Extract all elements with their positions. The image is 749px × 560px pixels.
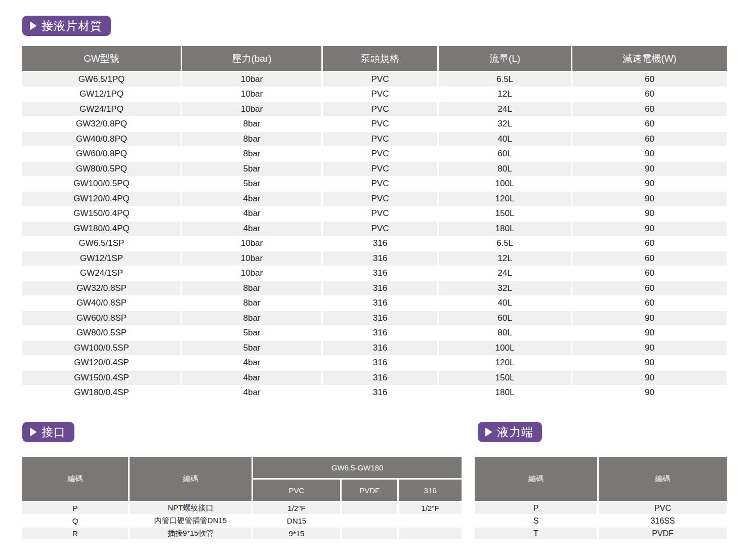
table-cell: 1/2"F bbox=[253, 502, 342, 515]
table-row: GW60/0.8SP8bar31660L90 bbox=[22, 311, 727, 326]
table-cell: GW80/0.5PQ bbox=[22, 162, 182, 177]
table-cell: 5bar bbox=[182, 162, 323, 177]
table-cell bbox=[342, 528, 399, 540]
table-row: GW100/0.5SP5bar316100L90 bbox=[22, 341, 727, 356]
column-header: 編碼 bbox=[599, 457, 727, 502]
play-icon bbox=[29, 21, 37, 30]
table-cell: GW32/0.8SP bbox=[22, 281, 182, 296]
table-row: GW32/0.8PQ8barPVC32L60 bbox=[22, 117, 727, 133]
table-cell: 4bar bbox=[182, 222, 323, 237]
table-cell: 4bar bbox=[182, 192, 323, 207]
table-cell: 60 bbox=[572, 296, 727, 312]
table-cell: 80L bbox=[439, 326, 572, 341]
table-row: GW180/0.4PQ4barPVC180L90 bbox=[22, 222, 727, 237]
table-cell: 60 bbox=[572, 281, 727, 296]
table-row: S316SS bbox=[475, 515, 727, 528]
wetted-parts-table: GW型號壓力(bar)泵頭規格流量(L)減速電機(W) GW6.5/1PQ10b… bbox=[22, 46, 727, 401]
interface-table: 編碼 編碼 GW6.5-GW180 PVC PVDF 316 PNPT螺纹接口1… bbox=[22, 457, 462, 540]
table-row: GW80/0.5PQ5barPVC80L90 bbox=[22, 162, 727, 177]
table-row: GW180/0.4SP4bar316180L90 bbox=[22, 386, 727, 401]
table-row: GW32/0.8SP8bar31632L60 bbox=[22, 281, 727, 296]
table-cell: 32L bbox=[439, 117, 572, 133]
table-cell: GW6.5/1PQ bbox=[22, 72, 182, 88]
column-header: 泵頭規格 bbox=[323, 46, 439, 72]
table-row: TPVDF bbox=[475, 528, 727, 540]
table-cell: GW180/0.4PQ bbox=[22, 222, 182, 237]
section-title-interface: 接口 bbox=[41, 424, 66, 440]
table-cell: 10bar bbox=[182, 102, 323, 117]
table-cell: 100L bbox=[439, 177, 572, 192]
table-cell: T bbox=[475, 528, 599, 540]
table-cell bbox=[399, 528, 462, 540]
table-cell: 90 bbox=[572, 341, 727, 356]
table-cell: 90 bbox=[572, 386, 727, 401]
table-cell bbox=[342, 502, 399, 515]
table-cell: 4bar bbox=[182, 386, 323, 401]
table-cell: 90 bbox=[572, 162, 727, 177]
table-cell: 316 bbox=[323, 341, 439, 356]
table-cell: PVC bbox=[323, 222, 439, 237]
table-cell: 90 bbox=[572, 207, 727, 222]
table-row: GW150/0.4SP4bar316150L90 bbox=[22, 371, 727, 386]
table-row: GW6.5/1SP10bar3166.5L60 bbox=[22, 237, 727, 252]
table-cell: 90 bbox=[572, 371, 727, 386]
table-cell: 8bar bbox=[182, 117, 323, 133]
table-row: PNPT螺纹接口1/2"F1/2"F bbox=[22, 502, 462, 515]
table-cell: 8bar bbox=[182, 147, 323, 162]
table-cell: GW180/0.4SP bbox=[22, 386, 182, 401]
table-cell: 40L bbox=[439, 132, 572, 147]
table-cell: GW60/0.8SP bbox=[22, 311, 182, 326]
table-cell: 8bar bbox=[182, 132, 323, 147]
table-cell: 8bar bbox=[182, 296, 323, 312]
table-cell: GW80/0.5SP bbox=[22, 326, 182, 341]
table-cell: 12L bbox=[439, 251, 572, 267]
table-cell: 316 bbox=[323, 267, 439, 282]
table-cell: 180L bbox=[439, 386, 572, 401]
column-header-code-1: 編碼 bbox=[22, 457, 130, 502]
table-row: GW120/0.4SP4bar316120L90 bbox=[22, 356, 727, 371]
table-cell: 90 bbox=[572, 222, 727, 237]
table-cell: 5bar bbox=[182, 326, 323, 341]
table-row: GW100/0.5PQ5barPVC100L90 bbox=[22, 177, 727, 192]
table-cell: PVC bbox=[323, 192, 439, 207]
table-cell: 10bar bbox=[182, 88, 323, 103]
table-cell: PVC bbox=[323, 132, 439, 147]
table-cell: 150L bbox=[439, 371, 572, 386]
table-cell: 4bar bbox=[182, 371, 323, 386]
table-cell: 60 bbox=[572, 102, 727, 117]
column-header-pvc: PVC bbox=[253, 480, 342, 502]
table-cell: 插接9*15軟管 bbox=[130, 528, 253, 540]
table-cell: 8bar bbox=[182, 311, 323, 326]
table-cell: GW60/0.8PQ bbox=[22, 147, 182, 162]
table-row: GW24/1PQ10barPVC24L60 bbox=[22, 102, 727, 117]
table-cell: GW150/0.4SP bbox=[22, 371, 182, 386]
table-cell: 60L bbox=[439, 147, 572, 162]
table-cell: 100L bbox=[439, 341, 572, 356]
table-row: Q內管口硬管插管DN15DN15 bbox=[22, 515, 462, 528]
table-cell: 316 bbox=[323, 237, 439, 252]
table-cell: 60 bbox=[572, 237, 727, 252]
section-badge-hydraulic-end: 液力端 bbox=[478, 422, 542, 442]
table-row: GW6.5/1PQ10barPVC6.5L60 bbox=[22, 72, 727, 88]
table-cell: GW12/1SP bbox=[22, 251, 182, 267]
column-header-code-2: 編碼 bbox=[130, 457, 253, 502]
header-row: 編碼 編碼 GW6.5-GW180 bbox=[22, 457, 462, 480]
table-cell: PVC bbox=[323, 207, 439, 222]
table-cell: GW12/1PQ bbox=[22, 88, 182, 103]
table-cell: 4bar bbox=[182, 207, 323, 222]
table-cell: 6.5L bbox=[439, 72, 572, 88]
header-row: 編碼編碼 bbox=[475, 457, 727, 502]
table-cell: GW6.5/1SP bbox=[22, 237, 182, 252]
table-cell: 6.5L bbox=[439, 237, 572, 252]
column-header: 壓力(bar) bbox=[182, 46, 323, 72]
section-title-hydraulic-end: 液力端 bbox=[497, 424, 533, 440]
column-header: 流量(L) bbox=[439, 46, 572, 72]
table-row: PPVC bbox=[475, 502, 727, 515]
table-cell: 60 bbox=[572, 132, 727, 147]
table-cell: 32L bbox=[439, 281, 572, 296]
table-cell: GW40/0.8SP bbox=[22, 296, 182, 312]
table-cell: 316 bbox=[323, 371, 439, 386]
table-row: GW80/0.5SP5bar31680L90 bbox=[22, 326, 727, 341]
table-cell: 24L bbox=[439, 102, 572, 117]
table-cell: 316 bbox=[323, 296, 439, 312]
